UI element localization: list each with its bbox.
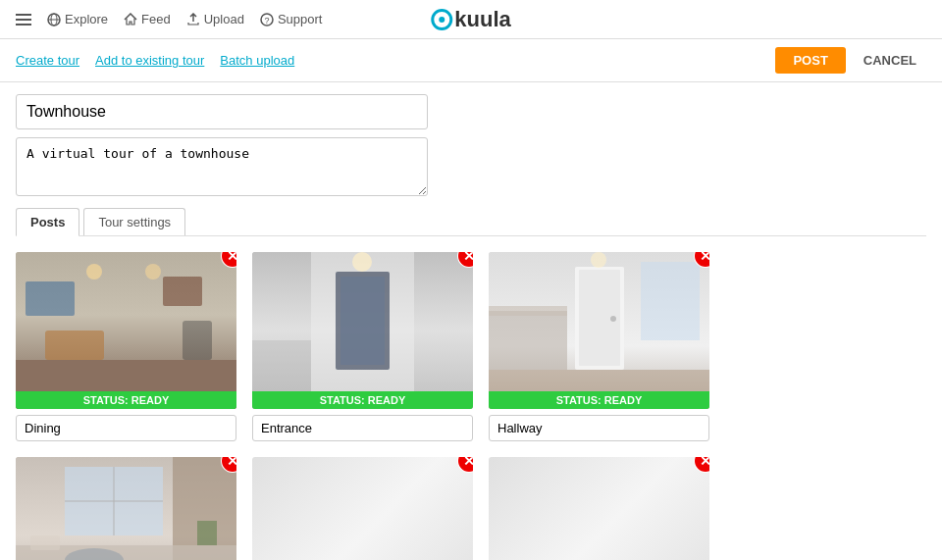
remove-dining-icon: ✕	[222, 252, 236, 267]
post-image-kitchen: STATUS: READY ✕	[16, 457, 236, 560]
hallway-name-input[interactable]	[489, 415, 709, 441]
nav-support[interactable]: ? Support	[260, 12, 323, 26]
remove-kitchen-icon: ✕	[222, 457, 236, 472]
post-card-extra2: ✕	[489, 457, 709, 560]
header: Explore Feed Upload ? Support kuula	[0, 0, 942, 39]
remove-hallway-icon: ✕	[695, 252, 709, 267]
remove-extra2-icon: ✕	[695, 457, 709, 472]
scene-kitchen-image	[16, 457, 236, 560]
post-image-hallway: STATUS: READY ✕	[489, 252, 709, 409]
post-button[interactable]: POST	[775, 47, 845, 74]
nav-feed[interactable]: Feed	[124, 12, 171, 26]
svg-rect-16	[340, 277, 385, 365]
toolbar: Create tour Add to existing tour Batch u…	[0, 39, 942, 82]
post-card-extra1: ✕	[252, 457, 473, 560]
svg-point-22	[610, 316, 616, 322]
cancel-button[interactable]: CANCEL	[854, 47, 926, 74]
svg-rect-9	[45, 331, 104, 360]
logo-icon	[431, 9, 452, 30]
create-tour-link[interactable]: Create tour	[16, 53, 79, 68]
add-to-tour-link[interactable]: Add to existing tour	[95, 53, 204, 68]
svg-rect-24	[489, 306, 567, 316]
svg-text:?: ?	[264, 15, 269, 25]
tour-title-input[interactable]	[16, 94, 428, 129]
post-image-dining: STATUS: READY ✕	[16, 252, 236, 409]
svg-rect-11	[26, 281, 75, 316]
svg-point-18	[352, 252, 372, 272]
entrance-scene-svg	[252, 252, 473, 409]
scene-dining-image	[16, 252, 236, 409]
nav-upload[interactable]: Upload	[186, 12, 244, 26]
dining-name-input[interactable]	[16, 415, 236, 441]
post-card-dining: STATUS: READY ✕	[16, 252, 236, 441]
tour-description-input[interactable]	[16, 137, 428, 196]
post-image-entrance: STATUS: READY ✕	[252, 252, 473, 409]
svg-rect-25	[641, 262, 700, 340]
scene-extra2-image	[489, 457, 709, 560]
post-image-extra2: ✕	[489, 457, 709, 560]
remove-extra1-icon: ✕	[458, 457, 473, 472]
post-card-hallway: STATUS: READY ✕	[489, 252, 709, 441]
tab-tour-settings[interactable]: Tour settings	[83, 208, 185, 235]
scene-hallway-image	[489, 252, 709, 409]
svg-rect-36	[30, 535, 60, 550]
scene-extra1-image	[252, 457, 473, 560]
globe-icon	[47, 13, 61, 26]
home-icon	[124, 13, 137, 26]
posts-grid: STATUS: READY ✕	[16, 252, 926, 560]
batch-upload-link[interactable]: Batch upload	[220, 53, 294, 68]
logo: kuula	[431, 7, 510, 32]
toolbar-actions: POST CANCEL	[775, 47, 926, 74]
nav-explore[interactable]: Explore	[47, 12, 108, 26]
svg-point-27	[591, 252, 606, 268]
svg-point-6	[86, 264, 102, 280]
entrance-name-input[interactable]	[252, 415, 473, 441]
svg-rect-10	[183, 321, 212, 360]
posts-area: STATUS: READY ✕	[0, 236, 942, 560]
main-content: Posts Tour settings	[0, 82, 942, 236]
help-icon: ?	[260, 13, 274, 26]
hallway-scene-svg	[489, 252, 709, 409]
hamburger-menu[interactable]	[16, 14, 31, 25]
remove-entrance-icon: ✕	[458, 252, 473, 267]
post-card-entrance: STATUS: READY ✕	[252, 252, 473, 441]
svg-rect-12	[163, 277, 202, 306]
dining-scene-svg	[16, 252, 236, 409]
post-card-kitchen: STATUS: READY ✕	[16, 457, 236, 560]
tabs-bar: Posts Tour settings	[16, 208, 926, 236]
svg-point-7	[145, 264, 161, 280]
status-bar-dining: STATUS: READY	[16, 391, 236, 409]
svg-rect-23	[489, 311, 567, 370]
kitchen-scene-svg	[16, 457, 236, 560]
svg-rect-35	[197, 521, 217, 545]
scene-entrance-image	[252, 252, 473, 409]
upload-icon	[186, 13, 200, 26]
status-bar-hallway: STATUS: READY	[489, 391, 709, 409]
tab-posts[interactable]: Posts	[16, 208, 79, 236]
toolbar-links: Create tour Add to existing tour Batch u…	[16, 53, 294, 68]
post-image-extra1: ✕	[252, 457, 473, 560]
status-bar-entrance: STATUS: READY	[252, 391, 473, 409]
